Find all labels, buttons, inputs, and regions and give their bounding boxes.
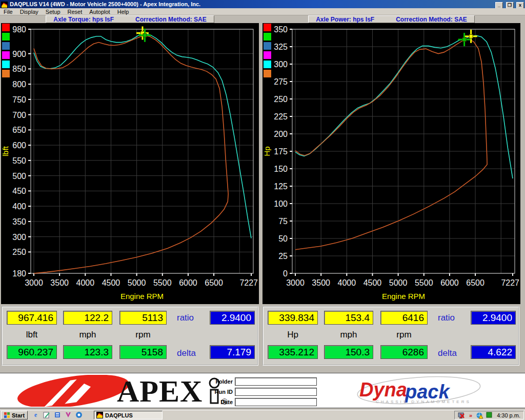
torque-chart: 9809008508007507006506005505004504003503…	[1, 23, 259, 304]
torque-ref-mph: 123.3	[63, 345, 112, 359]
svg-text:3500: 3500	[312, 278, 330, 287]
power-ref-rpm: 6286	[380, 345, 428, 359]
svg-text:225: 225	[274, 112, 288, 121]
apexi-logo: APEX ®	[14, 375, 240, 407]
start-button[interactable]: Start	[1, 411, 28, 419]
y-axis-title: Hp	[262, 146, 271, 156]
daqplus-task-button[interactable]: DAQPLUS	[94, 411, 163, 419]
legend-swatch-1[interactable]	[264, 33, 271, 41]
legend-swatch-0[interactable]	[2, 24, 10, 31]
torque-readout-panel: 967.416 122.2 5113 ratio 2.9400 lbft mph…	[2, 306, 258, 366]
svg-text:5500: 5500	[153, 278, 172, 287]
legend-swatch-2[interactable]	[264, 42, 271, 50]
minimize-button[interactable]: _	[495, 2, 503, 9]
runid-input[interactable]	[235, 388, 317, 396]
speed-unit-label: mph	[324, 330, 373, 340]
menu-item-setup[interactable]: Setup	[42, 9, 64, 15]
ratio-value: 2.9400	[210, 311, 255, 325]
svg-text:750: 750	[12, 95, 26, 104]
torque-cursor-mph: 122.2	[63, 311, 112, 325]
power-run-reference	[295, 39, 487, 250]
torque-unit-label: lbft	[7, 330, 57, 340]
legend-swatch-4[interactable]	[264, 61, 271, 68]
power-cursor-value: 339.834	[268, 311, 318, 325]
task-button-label: DAQPLUS	[105, 412, 133, 418]
torque-chart-header: Axle Torque: hps IsF Correction Method: …	[1, 15, 259, 23]
legend-swatch-3[interactable]	[264, 51, 271, 59]
restore-button[interactable]: ❐	[506, 2, 514, 9]
svg-text:300: 300	[274, 60, 288, 69]
delta-value: 7.179	[210, 345, 255, 359]
ie-icon[interactable]: e	[32, 411, 39, 419]
svg-text:275: 275	[274, 77, 288, 86]
svg-text:125: 125	[274, 182, 288, 191]
svg-text:350: 350	[12, 217, 26, 226]
delta-label: delta	[177, 348, 196, 358]
fast-forward-icon[interactable]: »	[467, 412, 474, 419]
ratio-value: 2.9400	[471, 311, 516, 325]
menu-item-file[interactable]: File	[0, 9, 16, 15]
legend-swatch-5[interactable]	[2, 70, 10, 77]
green-status-icon[interactable]	[486, 412, 493, 419]
dynapack-red-text: Dyna	[359, 379, 407, 401]
speed-unit-label: mph	[63, 330, 112, 340]
system-tray: » 4:30 p.m.	[454, 411, 524, 419]
menu-item-help[interactable]: Help	[114, 9, 133, 15]
svg-text:250: 250	[274, 95, 288, 104]
legend-swatch-1[interactable]	[2, 33, 10, 41]
svg-text:7227: 7227	[239, 278, 258, 287]
menu-item-autoplot[interactable]: Autoplot	[86, 9, 113, 15]
legend-swatch-0[interactable]	[264, 24, 271, 31]
svg-text:500: 500	[12, 172, 26, 181]
torque-run-reference	[34, 35, 228, 273]
messenger-icon[interactable]	[75, 411, 83, 419]
torque-legend	[2, 24, 11, 79]
menu-item-display[interactable]: Display	[16, 9, 42, 15]
svg-text:550: 550	[12, 156, 26, 165]
ratio-label: ratio	[177, 313, 194, 323]
svg-text:350: 350	[274, 25, 288, 34]
media-icon[interactable]	[64, 411, 72, 419]
dynapack-logo: Dyna pack CHASSIS DYNAMOMETERS	[356, 375, 484, 407]
torque-plot[interactable]: 9809008508007507006506005505004504003503…	[1, 23, 259, 304]
apex-wordmark: APEX	[117, 375, 203, 407]
torque-cursor-value: 967.416	[7, 311, 57, 325]
app-icon	[96, 412, 103, 418]
svg-text:7227: 7227	[501, 278, 519, 287]
legend-swatch-2[interactable]	[2, 42, 10, 50]
legend-swatch-5[interactable]	[264, 70, 271, 77]
power-chart-header: Axle Power: hps IsF Correction Method: S…	[262, 15, 520, 23]
svg-text:200: 200	[274, 130, 288, 138]
power-plot[interactable]: 3503253002752502252001751501251007550250…	[262, 23, 520, 304]
svg-text:3500: 3500	[50, 278, 69, 287]
svg-text:3000: 3000	[25, 278, 43, 287]
svg-text:180: 180	[12, 269, 26, 278]
power-correction-method: Correction Method: SAE	[396, 16, 467, 23]
dynapack-subtitle: CHASSIS DYNAMOMETERS	[376, 399, 471, 404]
channels-icon[interactable]	[53, 411, 61, 419]
legend-swatch-4[interactable]	[2, 61, 10, 68]
torque-correction-method: Correction Method: SAE	[135, 16, 207, 23]
svg-text:650: 650	[12, 126, 26, 134]
delta-label: delta	[438, 348, 457, 358]
runid-field-row: Run ID	[209, 387, 317, 396]
svg-text:300: 300	[12, 233, 26, 242]
legend-swatch-3[interactable]	[2, 51, 10, 59]
svg-text:3000: 3000	[286, 278, 305, 287]
display-error-icon[interactable]	[458, 412, 465, 419]
torque-ref-value: 960.237	[7, 345, 57, 359]
taskbar-clock[interactable]: 4:30 p.m.	[497, 412, 520, 418]
date-input[interactable]	[235, 398, 317, 406]
delta-value: 4.622	[471, 345, 516, 359]
power-ref-value: 335.212	[268, 345, 318, 359]
globe-warning-icon[interactable]	[476, 412, 483, 419]
runid-label: Run ID	[209, 389, 233, 395]
close-button[interactable]: x	[516, 2, 524, 9]
folder-input[interactable]	[235, 377, 317, 386]
torque-chart-title: Axle Torque: hps IsF	[53, 16, 114, 23]
start-label: Start	[12, 412, 25, 418]
menu-item-reset[interactable]: Reset	[64, 9, 86, 15]
svg-text:50: 50	[278, 234, 288, 243]
show-desktop-icon[interactable]	[43, 411, 50, 419]
svg-text:4000: 4000	[338, 278, 356, 287]
